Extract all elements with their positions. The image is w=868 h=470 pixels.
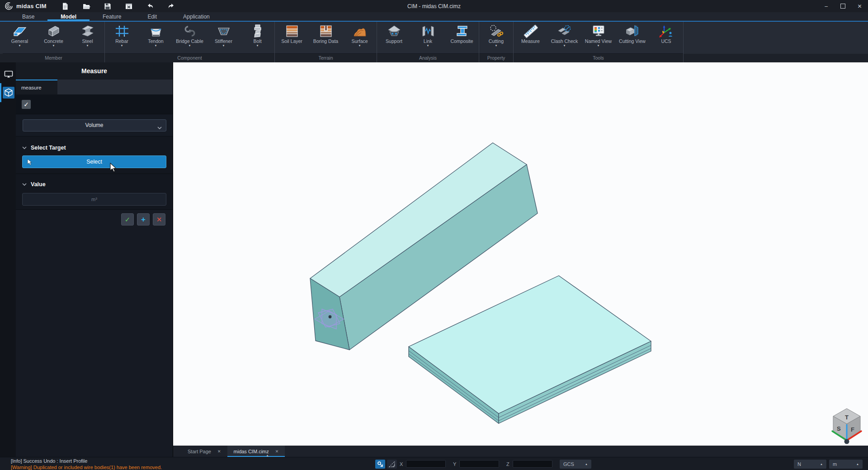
coord-input-x[interactable] bbox=[406, 460, 446, 468]
tool-label: Stiffener bbox=[215, 38, 232, 44]
value-input[interactable] bbox=[22, 193, 166, 206]
warning-message: [Warning] Duplicated or included wire bo… bbox=[11, 464, 162, 470]
redo-icon[interactable] bbox=[167, 2, 175, 10]
menu-bar: BaseModelFeatureEditApplication bbox=[0, 12, 868, 22]
slab-solid[interactable] bbox=[409, 276, 651, 423]
cancel-button[interactable]: ✕ bbox=[153, 213, 165, 226]
ribbon-group-label: Analysis bbox=[377, 53, 479, 62]
message-log: [Info] Success Undo : Insert Profile[War… bbox=[11, 458, 162, 470]
close-tab-icon[interactable]: ✕ bbox=[217, 449, 221, 454]
value-header[interactable]: Value bbox=[22, 179, 166, 189]
tool-measure[interactable]: Measure bbox=[514, 22, 547, 53]
undo-icon[interactable] bbox=[146, 2, 154, 10]
coord-input-z[interactable] bbox=[513, 460, 552, 468]
select-target-header[interactable]: Select Target bbox=[22, 143, 166, 153]
snap-point-icon[interactable] bbox=[375, 460, 385, 469]
steel-icon bbox=[80, 24, 96, 38]
menu-item-model[interactable]: Model bbox=[47, 12, 90, 21]
save-icon[interactable] bbox=[104, 2, 112, 10]
maximize-icon[interactable] bbox=[835, 0, 851, 12]
coord-input-y[interactable] bbox=[459, 460, 499, 468]
close-file-icon[interactable] bbox=[125, 2, 133, 10]
confirm-button[interactable]: ✓ bbox=[121, 213, 134, 226]
close-icon[interactable]: ✕ bbox=[851, 0, 868, 12]
tool-label: Link bbox=[424, 38, 432, 44]
tool-label: Support bbox=[386, 38, 402, 44]
soil-layer-icon bbox=[284, 24, 300, 38]
start-page-monitor-icon[interactable] bbox=[3, 69, 14, 80]
chevron-down-icon bbox=[22, 183, 27, 186]
tool-bridge-cable[interactable]: Bridge Cable▼ bbox=[173, 22, 207, 53]
tab-measure[interactable]: measure bbox=[16, 80, 57, 94]
dropdown-arrow-icon: ▼ bbox=[563, 44, 566, 47]
tool-bolt[interactable]: Bolt▼ bbox=[241, 22, 274, 53]
dropdown-arrow-icon: ▼ bbox=[52, 44, 55, 47]
menu-item-base[interactable]: Base bbox=[9, 12, 47, 21]
value-title: Value bbox=[31, 181, 46, 188]
tool-concrete[interactable]: Concrete▼ bbox=[37, 22, 71, 53]
view-cube[interactable]: TSF bbox=[832, 409, 861, 444]
collapse-log-arrow-icon[interactable]: ▲ bbox=[266, 454, 269, 457]
tool-tendon[interactable]: Tendon▼ bbox=[139, 22, 173, 53]
new-file-icon[interactable] bbox=[61, 2, 69, 10]
viewport-3d[interactable]: TSF bbox=[173, 62, 868, 446]
tool-soil-layer[interactable]: Soil Layer bbox=[275, 22, 309, 53]
tool-surface[interactable]: Surface▼ bbox=[343, 22, 377, 53]
tool-label: Soil Layer bbox=[281, 38, 302, 44]
doc-tab-start-page[interactable]: Start Page✕ bbox=[181, 446, 227, 457]
tool-ucs[interactable]: UCS bbox=[649, 22, 683, 53]
open-file-icon[interactable] bbox=[82, 2, 90, 10]
tool-composite[interactable]: Composite bbox=[445, 22, 479, 53]
panel-empty-area bbox=[16, 229, 173, 457]
cutting-view-icon bbox=[624, 24, 641, 38]
ribbon-group-member: General▼Concrete▼Steel▼Member bbox=[3, 22, 105, 62]
tool-label: Cutting bbox=[489, 38, 504, 44]
enable-checkbox[interactable]: ✓ bbox=[22, 100, 31, 109]
tool-cutting[interactable]: Cutting▼ bbox=[479, 22, 513, 53]
tool-stiffener[interactable]: Stiffener▼ bbox=[207, 22, 241, 53]
cutting-icon bbox=[488, 24, 505, 38]
select-button[interactable]: Select bbox=[22, 155, 166, 168]
dropdown-arrow-icon: ▼ bbox=[256, 44, 259, 47]
chevron-up-icon: ▲ bbox=[852, 463, 859, 465]
tool-general[interactable]: General▼ bbox=[3, 22, 37, 53]
tool-rebar[interactable]: Rebar▼ bbox=[105, 22, 139, 53]
link-icon bbox=[420, 24, 436, 38]
add-button[interactable]: + bbox=[137, 213, 150, 226]
link-icon bbox=[420, 24, 436, 38]
tool-named-view[interactable]: Named View▼ bbox=[581, 22, 615, 53]
tool-steel[interactable]: Steel▼ bbox=[71, 22, 104, 53]
unit-dropdown[interactable]: m ▲ bbox=[829, 460, 863, 469]
model-cube-icon[interactable] bbox=[3, 87, 14, 99]
named-view-icon bbox=[590, 24, 607, 38]
close-tab-icon[interactable]: ✕ bbox=[275, 449, 279, 454]
chevron-up-icon: ▲ bbox=[580, 463, 588, 465]
menu-item-edit[interactable]: Edit bbox=[134, 12, 170, 21]
measure-type-dropdown[interactable]: Volume bbox=[23, 119, 166, 132]
tool-boring-data[interactable]: Boring Data bbox=[309, 22, 343, 53]
tool-label: Boring Data bbox=[313, 38, 338, 44]
measure-icon bbox=[523, 24, 539, 38]
tool-clash-check[interactable]: Clash Check▼ bbox=[547, 22, 581, 53]
tool-label: Measure bbox=[521, 38, 540, 44]
tool-link[interactable]: Link▼ bbox=[411, 22, 445, 53]
minimize-icon[interactable]: – bbox=[818, 0, 835, 12]
tool-label: Bolt bbox=[253, 38, 261, 44]
cutting-icon bbox=[488, 24, 505, 38]
menu-item-feature[interactable]: Feature bbox=[90, 12, 134, 21]
tool-cutting-view[interactable]: Cutting View bbox=[615, 22, 649, 53]
coordinate-system-dropdown[interactable]: GCS ▲ bbox=[560, 460, 591, 469]
menu-item-application[interactable]: Application bbox=[170, 12, 223, 21]
dropdown-arrow-icon: ▼ bbox=[427, 44, 429, 47]
undo-icon bbox=[146, 2, 154, 10]
doc-tab-midas-cim-cimz[interactable]: midas CIM.cimz✕ bbox=[227, 446, 285, 457]
measure-icon bbox=[523, 24, 539, 38]
measure-panel: Measure measure ✓ Volume Select Target bbox=[16, 62, 173, 457]
tool-support[interactable]: Support bbox=[377, 22, 411, 53]
tool-label: Cutting View bbox=[619, 38, 646, 44]
direction-dropdown[interactable]: N ▲ bbox=[794, 460, 826, 469]
composite-icon bbox=[454, 24, 470, 38]
ortho-angle-icon[interactable] bbox=[387, 460, 397, 469]
rebar-icon bbox=[114, 24, 130, 38]
tool-label: Clash Check bbox=[551, 38, 578, 44]
